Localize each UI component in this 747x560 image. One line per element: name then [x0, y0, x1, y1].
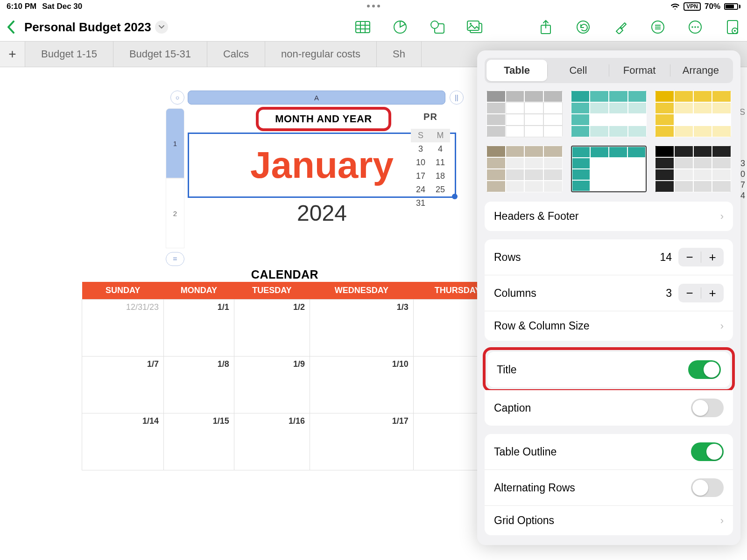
month-name: January	[250, 144, 394, 187]
document-settings-icon[interactable]	[725, 19, 740, 35]
status-date: Sat Dec 30	[42, 2, 82, 11]
row-header-2[interactable]: 2	[166, 178, 184, 248]
table-icon[interactable]	[355, 19, 371, 35]
status-bar: 6:10 PM Sat Dec 30 VPN 70%	[0, 0, 747, 13]
action-toolbar	[538, 19, 740, 35]
inspector-tab-cell[interactable]: Cell	[548, 60, 608, 81]
column-header-a[interactable]: A	[188, 91, 445, 105]
row-header-1[interactable]: 1	[166, 108, 184, 178]
svg-rect-0	[356, 21, 370, 33]
title-bar: Personal Budget 2023	[0, 13, 747, 41]
columns-stepper-row: Columns 3 −+	[485, 275, 733, 311]
shapes-icon[interactable]	[430, 19, 445, 35]
caption-toggle-row: Caption	[485, 390, 733, 426]
insert-toolbar	[355, 19, 483, 35]
svg-point-23	[734, 30, 736, 32]
format-brush-icon[interactable]	[613, 19, 628, 35]
document-title[interactable]: Personal Budget 2023	[24, 20, 168, 35]
svg-point-7	[431, 21, 438, 28]
sheet-tab-2[interactable]: Calcs	[207, 42, 265, 67]
caption-toggle[interactable]	[691, 399, 724, 417]
undo-icon[interactable]	[575, 19, 591, 35]
row-add-handle[interactable]: =	[166, 252, 184, 266]
outline-toggle[interactable]	[691, 442, 724, 461]
media-icon[interactable]	[467, 19, 483, 35]
calendar-table[interactable]: SUNDAY MONDAY TUESDAY WEDNESDAY THURSDAY…	[82, 282, 502, 470]
more-icon[interactable]	[687, 19, 703, 35]
title-toggle[interactable]	[688, 360, 721, 379]
rows-stepper-row: Rows 14 −+	[485, 239, 733, 275]
svg-point-19	[694, 26, 696, 28]
inspector-tab-format[interactable]: Format	[609, 60, 670, 81]
calendar-cell[interactable]: 1/1	[164, 300, 234, 357]
grid-options-row[interactable]: Grid Options ›	[485, 506, 733, 535]
chevron-right-icon: ›	[720, 515, 724, 527]
add-sheet-button[interactable]: +	[0, 42, 25, 67]
alt-rows-toggle-row: Alternating Rows	[485, 470, 733, 506]
chevron-right-icon: ›	[720, 320, 724, 332]
chart-icon[interactable]	[392, 19, 408, 35]
column-menu-handle[interactable]: ○	[170, 91, 184, 105]
rows-minus-button[interactable]: −	[678, 248, 701, 266]
calendar-cell[interactable]: 1/16	[234, 413, 310, 470]
alt-rows-toggle[interactable]	[691, 478, 724, 497]
inspector-tab-arrange[interactable]: Arrange	[670, 60, 731, 81]
table-style-2[interactable]	[571, 91, 647, 137]
table-style-1[interactable]	[486, 91, 563, 137]
inspector-tab-segmented[interactable]: Table Cell Format Arrange	[485, 58, 733, 83]
table-style-3[interactable]	[655, 91, 731, 137]
table-style-5[interactable]	[571, 146, 647, 192]
calendar-cell[interactable]: 1/2	[234, 300, 310, 357]
back-button[interactable]	[7, 21, 16, 34]
column-add-handle[interactable]: ||	[450, 91, 464, 105]
calendar-cell[interactable]: 1/14	[82, 413, 164, 470]
columns-value: 3	[666, 287, 672, 300]
table-styles-grid	[485, 91, 733, 192]
organize-icon[interactable]	[650, 19, 666, 35]
multitasking-dots-icon[interactable]	[367, 5, 380, 7]
battery-icon	[724, 3, 740, 10]
svg-rect-9	[467, 21, 479, 30]
table-title-callout: MONTH AND YEAR	[256, 107, 391, 131]
battery-percent: 70%	[705, 2, 720, 11]
rows-plus-button[interactable]: +	[701, 248, 724, 266]
svg-point-18	[691, 26, 693, 28]
calendar-cell[interactable]: 1/9	[234, 357, 310, 413]
table-style-4[interactable]	[486, 146, 563, 192]
calendar-cell[interactable]: 1/17	[310, 413, 414, 470]
table-title-text: MONTH AND YEAR	[275, 113, 372, 125]
wifi-icon	[670, 3, 680, 10]
sheet-tab-3[interactable]: non-regular costs	[265, 42, 377, 67]
table-style-6[interactable]	[655, 146, 731, 192]
svg-point-10	[470, 23, 472, 25]
calendar-cell[interactable]: 1/8	[164, 357, 234, 413]
mini-prev-month: PR SM 34 1011 1718 2425 31	[411, 112, 450, 210]
chevron-down-icon[interactable]	[155, 21, 168, 34]
columns-minus-button[interactable]: −	[678, 284, 701, 302]
svg-point-20	[697, 26, 699, 28]
calendar-cell[interactable]: 12/31/23	[82, 300, 164, 357]
format-inspector: Table Cell Format Arrange	[477, 50, 740, 545]
sheet-tab-1[interactable]: Budget 15-31	[113, 42, 207, 67]
selection-resize-handle[interactable]	[452, 194, 458, 199]
calendar-cell[interactable]: 1/10	[310, 357, 414, 413]
calendar-cell[interactable]: 1/3	[310, 300, 414, 357]
sheet-tab-4[interactable]: Sh	[377, 42, 422, 67]
share-icon[interactable]	[538, 19, 554, 35]
calendar-cell[interactable]: 1/15	[164, 413, 234, 470]
inspector-tab-table[interactable]: Table	[486, 60, 547, 81]
status-time: 6:10 PM	[7, 2, 36, 11]
chevron-right-icon: ›	[720, 210, 724, 223]
outline-toggle-row: Table Outline	[485, 434, 733, 470]
title-row-callout: Title	[483, 347, 735, 392]
rows-value: 14	[660, 251, 672, 264]
headers-footer-row[interactable]: Headers & Footer ›	[485, 202, 733, 231]
title-toggle-row: Title	[487, 352, 730, 387]
row-column-size-row[interactable]: Row & Column Size ›	[485, 311, 733, 341]
columns-plus-button[interactable]: +	[701, 284, 724, 302]
calendar-cell[interactable]: 1/7	[82, 357, 164, 413]
vpn-indicator: VPN	[684, 2, 701, 11]
sheet-tab-0[interactable]: Budget 1-15	[25, 42, 113, 67]
calendar-title: CALENDAR	[65, 268, 504, 281]
